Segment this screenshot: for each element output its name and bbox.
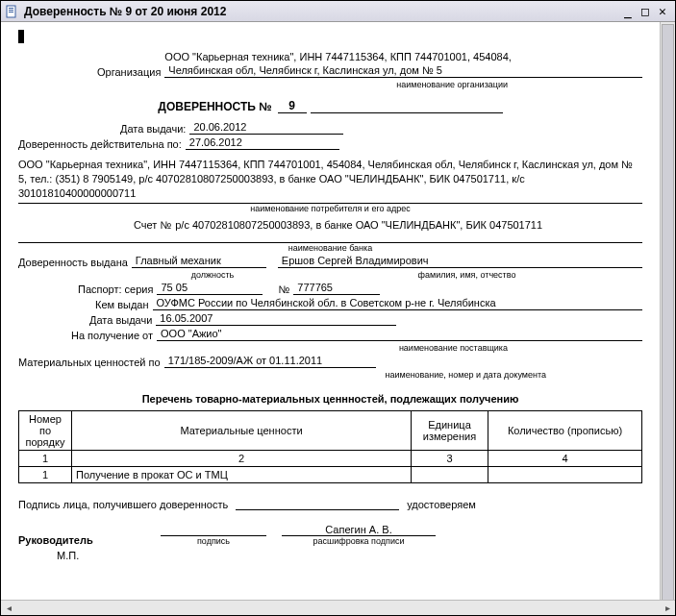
passport-num: 777765 (293, 282, 380, 295)
col-goods: Материальные ценности (72, 410, 412, 450)
basis-value: 171/185-2009/АЖ от 01.11.2011 (164, 355, 376, 368)
goods-table: Номер по порядку Материальные ценности Е… (18, 410, 642, 483)
col-unit: Единица измерения (412, 410, 488, 450)
basis-sub: наименование, номер и дата документа (18, 370, 642, 380)
issued-to-label: Доверенность выдана (18, 257, 132, 268)
account-value: р/с 40702810807250003893, в банке ОАО "Ч… (175, 219, 542, 231)
window-title: Доверенность № 9 от 20 июня 2012 (24, 5, 226, 18)
doc-number: 9 (278, 99, 307, 113)
table-row: 1 Получение в прокат ОС и ТМЦ (19, 466, 642, 482)
account-label: Счет № (134, 219, 175, 231)
consumer-sub: наименование потребителя и его адрес (18, 204, 642, 213)
fio: Ершов Сергей Владимирович (278, 255, 642, 268)
receipt-sub: наименование поставщика (18, 343, 642, 353)
row-unit (412, 466, 488, 482)
position-sub: должность (145, 270, 280, 280)
app-icon (5, 4, 20, 19)
svg-rect-2 (9, 10, 13, 11)
director-name: Сапегин А. В. (282, 524, 436, 536)
close-button[interactable]: ✕ (654, 4, 671, 19)
table-colnum-row: 1 2 3 4 (19, 450, 642, 466)
doc-title-text: ДОВЕРЕННОСТЬ № (158, 100, 271, 113)
horizontal-scrollbar[interactable]: ◂ ▸ (1, 600, 675, 615)
director-name-sub: расшифровка подписи (313, 536, 405, 546)
org-line1: ООО "Карьерная техника", ИНН 7447115364,… (164, 51, 512, 62)
passport-date-label: Дата выдачи (89, 314, 156, 326)
passport-date: 16.05.2007 (156, 312, 396, 326)
doc-title-underline (311, 100, 503, 113)
receipt-label: На получение от (71, 330, 157, 341)
issued-by: ОУФМС России по Челябинской обл. в Совет… (153, 297, 642, 310)
stamp: М.П. (18, 550, 642, 561)
row-goods: Получение в прокат ОС и ТМЦ (72, 466, 412, 482)
table-header-row: Номер по порядку Материальные ценности Е… (19, 410, 642, 450)
document-canvas: Организация ООО "Карьерная техника", ИНН… (1, 22, 660, 600)
document-window: Доверенность № 9 от 20 июня 2012 _ □ ✕ О… (0, 0, 676, 616)
titlebar[interactable]: Доверенность № 9 от 20 июня 2012 _ □ ✕ (1, 1, 675, 22)
fio-sub: фамилия, имя, отчество (291, 270, 642, 280)
issue-date: 20.06.2012 (189, 121, 343, 135)
valid-until: 27.06.2012 (186, 136, 339, 150)
passport-series-label: Паспорт: серия (78, 283, 157, 295)
issued-by-label: Кем выдан (95, 299, 153, 310)
org-sub: наименование организации (18, 80, 642, 89)
passport-series: 75 05 (157, 282, 263, 295)
sig-receiver-slot (236, 509, 399, 510)
director-label: Руководитель (18, 534, 114, 546)
vertical-scrollbar[interactable] (660, 22, 675, 600)
passport-num-label: № (263, 283, 293, 295)
col-num: Номер по порядку (19, 410, 72, 450)
scroll-left-icon[interactable]: ◂ (1, 601, 16, 615)
position: Главный механик (132, 255, 266, 268)
director-sign-sub: подпись (197, 536, 230, 546)
col-qty: Количество (прописью) (488, 410, 642, 450)
row-num: 1 (19, 466, 72, 482)
receipt-value: ООО "Ажио" (157, 328, 642, 341)
valid-until-label: Доверенность действительна по: (18, 138, 186, 150)
maximize-button[interactable]: □ (637, 4, 654, 19)
org-line2: Челябинская обл, Челябинск г, Каслинская… (164, 64, 642, 78)
account-sub: наименование банка (18, 243, 642, 253)
row-qty (488, 466, 642, 482)
table-title: Перечень товарно-материальных ценнностей… (18, 393, 642, 405)
svg-rect-1 (9, 8, 13, 9)
consumer-block: ООО "Карьерная техника", ИНН 7447115364,… (18, 158, 642, 204)
minimize-button[interactable]: _ (619, 4, 637, 19)
text-cursor (18, 30, 24, 43)
scroll-right-icon[interactable]: ▸ (660, 601, 675, 615)
issue-date-label: Дата выдачи: (120, 123, 189, 135)
svg-rect-3 (9, 12, 13, 12)
org-label: Организация (97, 66, 164, 78)
sig-receiver-label: Подпись лица, получившего доверенность (18, 499, 228, 510)
sig-confirm: удостоверяем (407, 499, 476, 510)
scrollbar-thumb[interactable] (662, 24, 674, 600)
basis-label: Материальных ценностей по (18, 357, 164, 368)
